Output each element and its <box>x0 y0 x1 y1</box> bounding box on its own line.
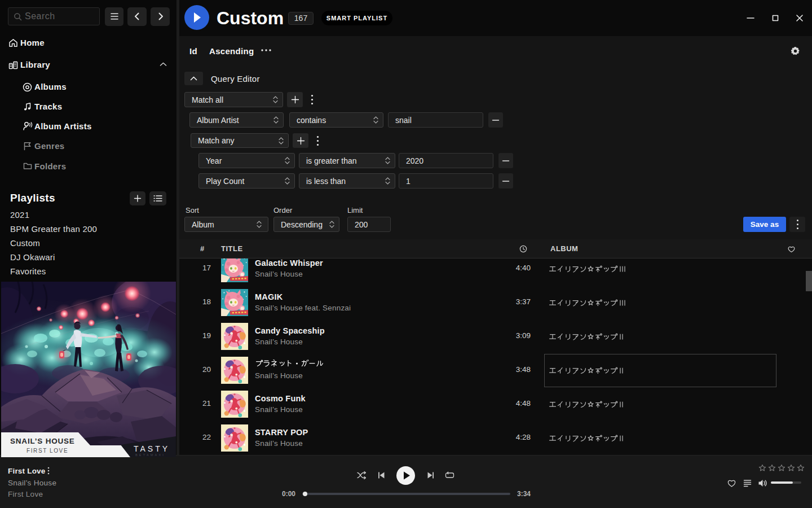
svg-text:BETAMAXI: BETAMAXI <box>135 453 165 457</box>
svg-text:FIRST LOVE: FIRST LOVE <box>27 448 68 454</box>
svg-text:TASTY: TASTY <box>134 444 170 453</box>
svg-text:SNAIL’S HOUSE: SNAIL’S HOUSE <box>10 437 75 445</box>
